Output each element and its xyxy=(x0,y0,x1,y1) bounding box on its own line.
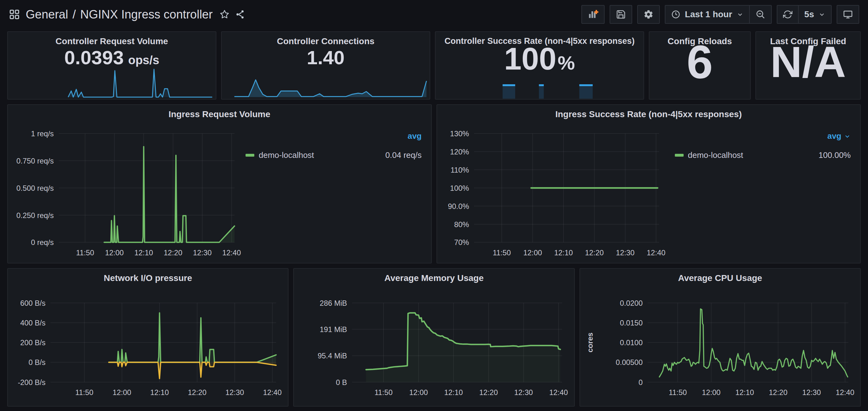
timeseries-chart[interactable]: 11:5012:0012:1012:2012:3012:40286 MiB191… xyxy=(294,269,574,406)
svg-text:12:20: 12:20 xyxy=(164,248,183,257)
svg-text:200 B/s: 200 B/s xyxy=(20,338,46,347)
svg-text:0.00500: 0.00500 xyxy=(616,358,643,367)
add-panel-button[interactable] xyxy=(581,5,604,24)
svg-text:0 B/s: 0 B/s xyxy=(29,358,45,367)
panel-average-cpu-usage: Average CPU Usage 11:5012:0012:1012:2012… xyxy=(580,268,861,407)
panel-title[interactable]: Network I/O pressure xyxy=(8,269,288,283)
save-dashboard-button[interactable] xyxy=(610,5,632,24)
stat-number: 0.0393 xyxy=(64,46,124,69)
svg-text:0 req/s: 0 req/s xyxy=(31,238,54,246)
svg-text:70%: 70% xyxy=(454,238,469,246)
add-panel-icon xyxy=(588,9,598,20)
timeseries-chart[interactable]: 11:5012:0012:1012:2012:3012:40130%120%11… xyxy=(437,105,861,263)
series-name[interactable]: demo-localhost xyxy=(688,150,743,160)
svg-text:11:50: 11:50 xyxy=(76,248,94,257)
breadcrumb-folder[interactable]: General xyxy=(26,8,68,21)
svg-text:12:30: 12:30 xyxy=(616,248,634,257)
star-icon[interactable] xyxy=(219,9,229,20)
timeseries-chart[interactable]: 11:5012:0012:1012:2012:3012:400.02000.01… xyxy=(580,269,860,406)
save-icon xyxy=(616,9,626,20)
panel-title[interactable]: Average Memory Usage xyxy=(294,269,574,283)
panel-ingress-success-rate: Ingress Success Rate (non-4|5xx response… xyxy=(436,104,861,264)
svg-text:12:10: 12:10 xyxy=(134,248,153,257)
legend-row: demo-localhost 0.04 req/s xyxy=(246,150,422,160)
chart-legend: avg demo-localhost 100.00% xyxy=(675,131,851,160)
svg-text:0.750 req/s: 0.750 req/s xyxy=(16,157,54,165)
time-picker-group: Last 1 hour xyxy=(665,5,772,24)
legend-row: demo-localhost 100.00% xyxy=(675,150,851,160)
refresh-interval-picker[interactable]: 5s xyxy=(798,6,831,23)
series-value: 100.00% xyxy=(818,150,851,160)
svg-text:400 B/s: 400 B/s xyxy=(20,318,46,327)
svg-text:11:50: 11:50 xyxy=(669,388,687,397)
dashboard-toolbar: Last 1 hour 5s xyxy=(581,5,859,24)
refresh-button[interactable] xyxy=(777,6,798,23)
svg-text:12:00: 12:00 xyxy=(105,248,124,257)
panel-title[interactable]: Controller Connections xyxy=(222,32,430,46)
panel-config-reloads: Config Reloads 6 xyxy=(649,31,751,100)
dashboard-settings-button[interactable] xyxy=(637,5,660,24)
panel-title[interactable]: Last Config Failed xyxy=(756,32,860,46)
series-color-swatch[interactable] xyxy=(675,154,684,157)
series-value: 0.04 req/s xyxy=(385,150,422,160)
panel-average-memory-usage: Average Memory Usage 11:5012:0012:1012:2… xyxy=(293,268,575,407)
timeseries-chart[interactable]: 11:5012:0012:1012:2012:3012:401 req/s0.7… xyxy=(8,105,431,263)
svg-text:191 MiB: 191 MiB xyxy=(320,325,347,334)
panel-title[interactable]: Ingress Request Volume xyxy=(8,105,431,119)
svg-text:11:50: 11:50 xyxy=(75,388,93,397)
dashboard-header: General / NGINX Ingress controller xyxy=(0,0,868,29)
panel-ingress-request-volume: Ingress Request Volume 11:5012:0012:1012… xyxy=(7,104,432,264)
svg-text:12:20: 12:20 xyxy=(188,388,206,397)
breadcrumb-separator: / xyxy=(72,8,76,21)
panel-title[interactable]: Controller Request Volume xyxy=(8,32,216,46)
time-range-picker[interactable]: Last 1 hour xyxy=(665,6,749,23)
apps-grid-icon[interactable] xyxy=(9,9,20,20)
svg-text:0.0150: 0.0150 xyxy=(620,318,643,327)
svg-text:12:10: 12:10 xyxy=(554,248,573,257)
stat-unit: % xyxy=(558,52,575,74)
svg-text:0.250 req/s: 0.250 req/s xyxy=(16,211,54,219)
svg-text:11:50: 11:50 xyxy=(493,248,511,257)
panel-title[interactable]: Average CPU Usage xyxy=(580,269,860,283)
zoom-out-button[interactable] xyxy=(749,6,771,23)
svg-text:12:30: 12:30 xyxy=(193,248,212,257)
svg-text:95.4 MiB: 95.4 MiB xyxy=(318,351,347,360)
panel-title[interactable]: Config Reloads xyxy=(649,32,750,46)
legend-calc-label: avg xyxy=(827,131,841,141)
svg-text:12:40: 12:40 xyxy=(222,248,241,257)
panel-title[interactable]: Ingress Success Rate (non-4|5xx response… xyxy=(437,105,861,119)
legend-calc-header[interactable]: avg xyxy=(675,131,851,141)
svg-text:0.0100: 0.0100 xyxy=(620,338,643,347)
page-title[interactable]: NGINX Ingress controller xyxy=(80,8,213,21)
legend-calc-header[interactable]: avg xyxy=(246,131,422,141)
timeseries-chart[interactable]: 11:5012:0012:1012:2012:3012:40600 B/s400… xyxy=(8,269,288,406)
series-name[interactable]: demo-localhost xyxy=(259,150,314,160)
svg-text:-200 B/s: -200 B/s xyxy=(18,378,46,386)
svg-text:286 MiB: 286 MiB xyxy=(320,299,347,307)
stat-unit: ops/s xyxy=(128,54,159,67)
svg-text:12:00: 12:00 xyxy=(702,388,720,397)
svg-text:600 B/s: 600 B/s xyxy=(20,299,46,307)
svg-text:1 req/s: 1 req/s xyxy=(31,129,54,138)
svg-text:0.0200: 0.0200 xyxy=(620,299,643,307)
panel-controller-success-rate: Controller Success Rate (non-4|5xx respo… xyxy=(435,31,644,100)
share-icon[interactable] xyxy=(235,9,245,20)
svg-text:cores: cores xyxy=(586,333,594,352)
series-color-swatch[interactable] xyxy=(246,154,254,157)
kiosk-mode-button[interactable] xyxy=(837,5,859,24)
svg-text:80%: 80% xyxy=(454,220,469,229)
svg-text:12:10: 12:10 xyxy=(735,388,754,397)
svg-text:12:20: 12:20 xyxy=(479,388,498,397)
svg-text:12:00: 12:00 xyxy=(113,388,131,397)
kiosk-monitor-icon xyxy=(843,9,853,20)
svg-text:100%: 100% xyxy=(450,184,469,192)
panel-title[interactable]: Controller Success Rate (non-4|5xx respo… xyxy=(436,32,644,46)
panel-controller-request-volume: Controller Request Volume 0.0393 ops/s xyxy=(7,31,216,100)
clock-icon xyxy=(671,10,680,19)
svg-text:12:20: 12:20 xyxy=(585,248,603,257)
svg-text:12:30: 12:30 xyxy=(225,388,244,397)
svg-text:0: 0 xyxy=(639,378,643,386)
svg-text:11:50: 11:50 xyxy=(374,388,393,397)
chevron-down-icon xyxy=(844,133,851,140)
svg-text:12:40: 12:40 xyxy=(836,388,854,397)
